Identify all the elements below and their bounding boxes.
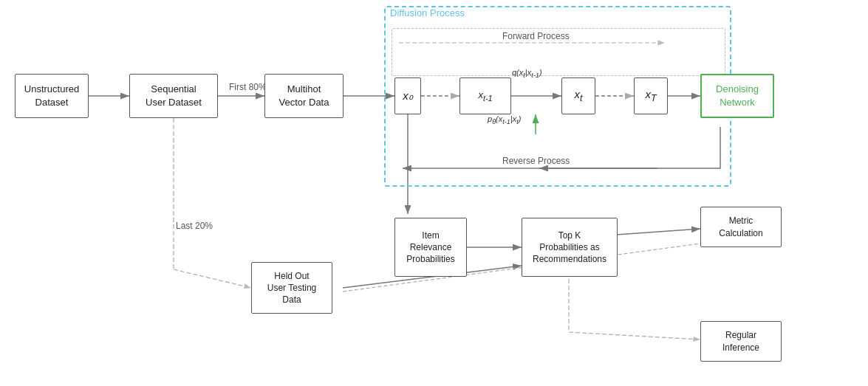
svg-text:Last 20%: Last 20%: [176, 221, 213, 231]
xt-minus1-label: xt-1: [478, 89, 492, 103]
xt-label: xt: [575, 87, 583, 105]
q-label: q(xt|xt-1): [512, 68, 542, 79]
xT-label: xT: [645, 87, 656, 105]
diagram: First 80% Reverse Process: [0, 0, 868, 386]
held-out-label: Held Out User Testing Data: [267, 270, 316, 306]
diffusion-process-label: Diffusion Process: [390, 7, 465, 18]
xt-box: xt: [561, 77, 595, 114]
svg-text:First 80%: First 80%: [229, 82, 267, 92]
regular-inference-label: Regular Inference: [722, 329, 759, 353]
unstructured-dataset-label: Unstructured Dataset: [24, 83, 79, 108]
x0-label: x₀: [403, 89, 413, 103]
xT-box: xT: [634, 77, 668, 114]
item-relevance-box: Item Relevance Probabilities: [394, 218, 467, 277]
x0-box: x₀: [394, 77, 421, 114]
top-k-box: Top K Probabilities as Recommendations: [522, 218, 618, 277]
multihot-label: Multihot Vector Data: [279, 83, 329, 108]
svg-line-14: [616, 229, 700, 235]
sequential-dataset-label: Sequential User Dataset: [146, 83, 202, 108]
top-k-label: Top K Probabilities as Recommendations: [533, 230, 606, 266]
svg-line-19: [174, 269, 251, 288]
multihot-vector-box: Multihot Vector Data: [264, 74, 344, 118]
denoising-network-box: Denoising Network: [700, 74, 774, 118]
unstructured-dataset-box: Unstructured Dataset: [15, 74, 89, 118]
item-relevance-label: Item Relevance Probabilities: [406, 230, 454, 266]
sequential-user-dataset-box: Sequential User Dataset: [129, 74, 218, 118]
svg-line-21: [569, 332, 700, 340]
p-label: pθ(xt-1|xt): [488, 114, 522, 125]
held-out-box: Held Out User Testing Data: [251, 262, 332, 314]
forward-process-label: Forward Process: [502, 31, 570, 41]
xt-minus1-box: xt-1: [459, 77, 511, 114]
metric-calculation-box: Metric Calculation: [700, 207, 782, 247]
regular-inference-box: Regular Inference: [700, 321, 782, 362]
denoising-network-label: Denoising Network: [716, 83, 759, 108]
metric-label: Metric Calculation: [719, 215, 762, 238]
